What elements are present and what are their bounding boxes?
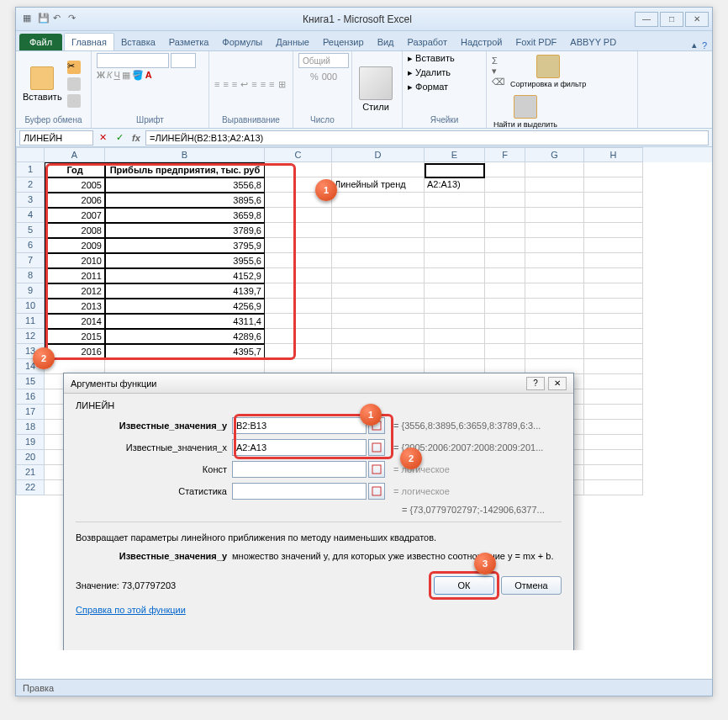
cell-C12[interactable] bbox=[265, 329, 332, 344]
cell-H15[interactable] bbox=[584, 374, 643, 389]
row-header[interactable]: 16 bbox=[16, 389, 45, 405]
cell-B9[interactable]: 4139,7 bbox=[105, 283, 265, 299]
arg2-input[interactable]: A2:A13 bbox=[232, 439, 367, 456]
cell-F12[interactable] bbox=[485, 329, 525, 344]
cell-H17[interactable] bbox=[584, 405, 643, 420]
row-header[interactable]: 11 bbox=[16, 314, 45, 329]
row-header[interactable]: 20 bbox=[16, 450, 45, 465]
cell-H14[interactable] bbox=[584, 359, 643, 374]
cell-A6[interactable]: 2009 bbox=[45, 238, 105, 253]
col-H[interactable]: H bbox=[584, 147, 643, 162]
cell-E11[interactable] bbox=[425, 314, 485, 329]
cell-E7[interactable] bbox=[425, 253, 485, 268]
cell-H8[interactable] bbox=[584, 268, 643, 283]
cell-C9[interactable] bbox=[265, 283, 332, 299]
cell-A11[interactable]: 2014 bbox=[45, 314, 105, 329]
tab-layout[interactable]: Разметка bbox=[162, 34, 216, 50]
arg2-range-button[interactable] bbox=[368, 439, 385, 456]
align-tl-icon[interactable]: ≡ bbox=[214, 79, 219, 89]
fill-down-icon[interactable]: ▾ bbox=[492, 66, 505, 77]
cell-H4[interactable] bbox=[584, 208, 643, 223]
cell-H11[interactable] bbox=[584, 314, 643, 329]
cell-C6[interactable] bbox=[265, 238, 332, 253]
cell-C11[interactable] bbox=[265, 314, 332, 329]
arg3-input[interactable] bbox=[232, 461, 367, 478]
row-header[interactable]: 12 bbox=[16, 329, 45, 344]
worksheet[interactable]: A B C D E F G H 1ГодПрибыль предприятия,… bbox=[16, 147, 712, 650]
cell-D5[interactable] bbox=[332, 223, 425, 238]
border-icon[interactable]: ▦ bbox=[122, 70, 130, 81]
font-select[interactable] bbox=[97, 53, 169, 68]
cell-E5[interactable] bbox=[425, 223, 485, 238]
cell-A4[interactable]: 2007 bbox=[45, 208, 105, 223]
cell-C4[interactable] bbox=[265, 208, 332, 223]
cell-D2[interactable]: Линейный тренд bbox=[332, 177, 425, 193]
cell-F3[interactable] bbox=[485, 193, 525, 208]
cell-C13[interactable] bbox=[265, 344, 332, 359]
cell-F10[interactable] bbox=[485, 299, 525, 314]
cell-D11[interactable] bbox=[332, 314, 425, 329]
sum-icon[interactable]: Σ bbox=[492, 56, 505, 66]
dialog-close-icon[interactable]: ✕ bbox=[548, 377, 567, 390]
cell-H19[interactable] bbox=[584, 435, 643, 450]
merge-icon[interactable]: ⊞ bbox=[278, 79, 286, 90]
tab-review[interactable]: Рецензир bbox=[316, 34, 371, 50]
row-header[interactable]: 4 bbox=[16, 208, 45, 223]
cell-F8[interactable] bbox=[485, 268, 525, 283]
cell-G10[interactable] bbox=[525, 299, 584, 314]
fontcolor-icon[interactable]: A bbox=[145, 70, 152, 81]
cell-H5[interactable] bbox=[584, 223, 643, 238]
cell-F7[interactable] bbox=[485, 253, 525, 268]
col-G[interactable]: G bbox=[525, 147, 584, 162]
save-icon[interactable]: 💾 bbox=[38, 13, 51, 26]
cell-F13[interactable] bbox=[485, 344, 525, 359]
cells-delete[interactable]: ▸ Удалить bbox=[408, 67, 451, 78]
cell-H10[interactable] bbox=[584, 299, 643, 314]
name-box[interactable]: ЛИНЕЙН bbox=[19, 130, 93, 146]
tab-addins[interactable]: Надстрой bbox=[454, 34, 509, 50]
find-button[interactable]: Найти и выделить bbox=[492, 93, 559, 130]
minimize-ribbon-icon[interactable]: ▴ bbox=[692, 40, 697, 50]
cell-D12[interactable] bbox=[332, 329, 425, 344]
cell-B12[interactable]: 4289,6 bbox=[105, 329, 265, 344]
cell-E12[interactable] bbox=[425, 329, 485, 344]
row-header[interactable]: 21 bbox=[16, 465, 45, 480]
cell-G9[interactable] bbox=[525, 283, 584, 299]
copy-icon[interactable] bbox=[67, 77, 81, 91]
function-help-link[interactable]: Справка по этой функции bbox=[76, 605, 562, 615]
cell-A5[interactable]: 2008 bbox=[45, 223, 105, 238]
tab-home[interactable]: Главная bbox=[64, 33, 114, 50]
help-icon[interactable]: ? bbox=[702, 40, 707, 50]
cell-A3[interactable]: 2006 bbox=[45, 193, 105, 208]
close-button[interactable]: ✕ bbox=[685, 12, 709, 27]
cell-F4[interactable] bbox=[485, 208, 525, 223]
sort-button[interactable]: Сортировка и фильтр bbox=[509, 53, 588, 90]
cell-G3[interactable] bbox=[525, 193, 584, 208]
formula-input[interactable]: =ЛИНЕЙН(B2:B13;A2:A13) bbox=[145, 130, 709, 146]
row-header[interactable]: 5 bbox=[16, 223, 45, 238]
comma-icon[interactable]: 000 bbox=[322, 71, 337, 82]
cell-E6[interactable] bbox=[425, 238, 485, 253]
cell-C10[interactable] bbox=[265, 299, 332, 314]
cell-G7[interactable] bbox=[525, 253, 584, 268]
arg1-input[interactable]: B2:B13 bbox=[232, 417, 367, 434]
cell-A9[interactable]: 2012 bbox=[45, 283, 105, 299]
cell-B5[interactable]: 3789,6 bbox=[105, 223, 265, 238]
ok-button[interactable]: ОК bbox=[434, 576, 494, 595]
cancel-formula-icon[interactable]: ✕ bbox=[95, 130, 110, 146]
cell-H7[interactable] bbox=[584, 253, 643, 268]
tab-formulas[interactable]: Формулы bbox=[215, 34, 269, 50]
italic-icon[interactable]: К bbox=[107, 70, 112, 81]
cell-H22[interactable] bbox=[584, 480, 643, 495]
tab-insert[interactable]: Вставка bbox=[114, 34, 162, 50]
format-painter-icon[interactable] bbox=[67, 94, 81, 108]
arg4-input[interactable] bbox=[232, 483, 367, 500]
cell-F9[interactable] bbox=[485, 283, 525, 299]
cell-E4[interactable] bbox=[425, 208, 485, 223]
number-format[interactable]: Общий bbox=[298, 53, 349, 68]
row-header[interactable]: 6 bbox=[16, 238, 45, 253]
cell-B4[interactable]: 3659,8 bbox=[105, 208, 265, 223]
cell-G4[interactable] bbox=[525, 208, 584, 223]
paste-button[interactable]: Вставить bbox=[21, 65, 64, 103]
enter-formula-icon[interactable]: ✓ bbox=[112, 130, 127, 146]
